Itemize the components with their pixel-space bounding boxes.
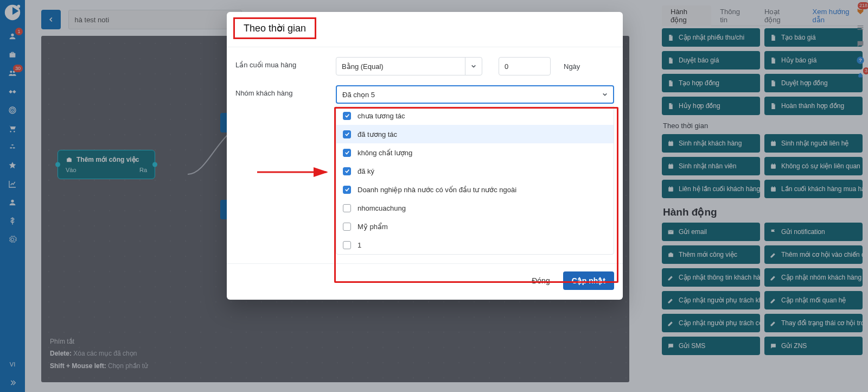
multiselect-option[interactable]: 1 [336, 236, 614, 254]
annotation-arrow [257, 166, 333, 181]
label-last-purchase: Lần cuối mua hàng [235, 57, 336, 69]
multiselect-header[interactable]: Đã chọn 5 [336, 85, 614, 104]
input-days[interactable] [499, 57, 551, 75]
modal-time-filter: Theo thời gian Lần cuối mua hàng Bằng (E… [227, 12, 623, 300]
modal-title: Theo thời gian [244, 23, 306, 34]
modal-title-highlight: Theo thời gian [233, 17, 316, 39]
checkbox-icon [343, 241, 351, 249]
multiselect-option[interactable]: Doanh nghiệp nhà nước có vốn đầu tư nước… [336, 180, 614, 199]
chevron-down-icon [465, 58, 476, 75]
checkbox-icon [343, 130, 351, 138]
multiselect-option[interactable]: chưa tương tác [336, 106, 614, 125]
chevron-down-icon [602, 91, 608, 99]
checkbox-icon [343, 149, 351, 157]
multiselect-option[interactable]: không chất lượng [336, 143, 614, 162]
checkbox-icon [343, 204, 351, 212]
checkbox-icon [343, 112, 351, 120]
checkbox-icon [343, 223, 351, 231]
multiselect-option[interactable]: đã tương tác [336, 125, 614, 143]
unit-label: Ngày [564, 62, 580, 71]
multiselect-option[interactable]: nhomcuachung [336, 199, 614, 217]
label-customer-group: Nhóm khách hàng [235, 85, 336, 97]
multiselect-option[interactable]: đã ký [336, 162, 614, 180]
checkbox-icon [343, 167, 351, 175]
select-operator[interactable]: Bằng (Equal) [336, 57, 482, 75]
multiselect-list[interactable]: chưa tương tácđã tương táckhông chất lượ… [336, 106, 614, 255]
checkbox-icon [343, 186, 351, 194]
update-button[interactable]: Cập nhật [563, 271, 614, 290]
multiselect-option[interactable]: Mỹ phẩm [336, 217, 614, 236]
close-button[interactable]: Đóng [523, 271, 558, 290]
